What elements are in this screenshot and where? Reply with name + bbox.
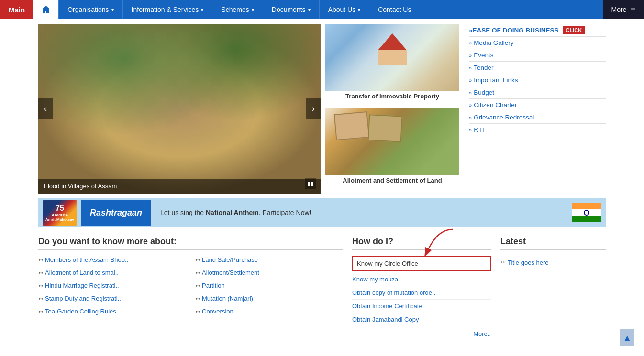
chevron-down-icon: ▾ xyxy=(308,7,311,12)
bullet-icon: » xyxy=(469,115,472,120)
how-do-i-section: How do I? Know my Circle Office Know my … xyxy=(352,237,491,337)
nav-main[interactable]: Main xyxy=(0,0,33,19)
indian-flag xyxy=(572,203,601,222)
ashoka-chakra xyxy=(584,210,589,216)
chevron-down-icon: ▾ xyxy=(201,7,203,12)
sidebar-events[interactable]: » Events xyxy=(469,49,606,62)
how-link-mouza[interactable]: Know my mouza xyxy=(352,273,491,286)
nav-organisations[interactable]: Organisations ▾ xyxy=(58,0,122,19)
bullet-icon: » xyxy=(469,90,472,96)
click-badge[interactable]: CLICK xyxy=(563,26,586,34)
arrow-icon: ↣ xyxy=(500,259,505,265)
slider-image-inner xyxy=(38,24,321,194)
do-you-want-section: Do you want to know more about: ↣ Member… xyxy=(38,237,343,337)
sidebar-media-gallery[interactable]: » Media Gallery xyxy=(469,37,606,49)
right-image-2-caption: Allotment and Settlement of Land xyxy=(325,175,459,186)
nav-about-us[interactable]: About Us ▾ xyxy=(319,0,369,19)
right-image-1-caption: Transfer of Immovable Property xyxy=(325,91,459,102)
right-image-1[interactable]: Transfer of Immovable Property xyxy=(325,24,459,105)
slider-next-button[interactable]: › xyxy=(306,98,321,119)
image-slider: ‹ › Flood in Villages of Assam ▮▮ xyxy=(38,24,321,194)
arrow-icon: ↣ xyxy=(38,308,43,315)
do-link-conversion[interactable]: ↣ Conversion xyxy=(195,308,343,315)
national-anthem-banner: 75 Azadi Ka Amrit Mahotsav Rashtragaan L… xyxy=(38,198,606,227)
do-links-col2: ↣ Land Sale/Purchase ↣ Allotment/Settlem… xyxy=(195,256,343,315)
arrow-icon: ↣ xyxy=(195,308,200,315)
bullet-icon: » xyxy=(469,53,472,58)
flag-orange-stripe xyxy=(572,203,601,209)
how-link-mutation-order[interactable]: Obtain copy of mutation orde.. xyxy=(352,286,491,300)
do-link-partition[interactable]: ↣ Partition xyxy=(195,282,343,289)
chevron-down-icon: ▾ xyxy=(252,7,254,12)
right-image-2[interactable]: Allotment and Settlement of Land xyxy=(325,108,459,189)
nav-contact-us[interactable]: Contact Us xyxy=(369,0,420,19)
slider-pause-button[interactable]: ▮▮ xyxy=(305,178,316,189)
sidebar-grievance-redressal[interactable]: » Grievance Redressal xyxy=(469,111,606,124)
latest-section: Latest ↣ Title goes here xyxy=(500,237,606,337)
slider-caption: Flood in Villages of Assam xyxy=(38,179,321,194)
how-link-circle-office[interactable]: Know my Circle Office xyxy=(352,256,491,271)
right-images: Transfer of Immovable Property Allotment… xyxy=(325,24,459,194)
latest-item-1[interactable]: ↣ Title goes here xyxy=(500,256,606,269)
chevron-down-icon: ▾ xyxy=(111,7,114,12)
scroll-to-top-button[interactable]: ▲ xyxy=(620,329,634,346)
red-arrow-annotation xyxy=(419,227,457,256)
banner-text: Let us sing the National Anthem. Partici… xyxy=(155,209,567,216)
do-link-stamp-duty[interactable]: ↣ Stamp Duty and Registrati.. xyxy=(38,295,186,302)
sidebar-important-links[interactable]: » Important Links xyxy=(469,74,606,86)
sidebar-citizen-charter[interactable]: » Citizen Charter xyxy=(469,99,606,111)
flag-green-stripe xyxy=(572,216,601,222)
sidebar: » EASE OF DOING BUSINESS CLICK » Media G… xyxy=(464,24,606,194)
nav-schemes[interactable]: Schemes ▾ xyxy=(212,0,262,19)
bullet-icon: » xyxy=(469,27,473,34)
hamburger-icon: ≡ xyxy=(630,5,635,15)
nav-more[interactable]: More ≡ xyxy=(603,0,644,19)
arrow-icon: ↣ xyxy=(38,270,43,276)
bottom-section: Do you want to know more about: ↣ Member… xyxy=(0,227,644,347)
navbar: Main Organisations ▾ Information & Servi… xyxy=(0,0,644,19)
home-icon xyxy=(41,5,51,14)
slider-prev-button[interactable]: ‹ xyxy=(38,98,53,119)
bullet-icon: » xyxy=(469,77,472,83)
arrow-icon: ↣ xyxy=(195,282,200,289)
arrow-icon: ↣ xyxy=(195,295,200,302)
do-link-mutation[interactable]: ↣ Mutation (Namjari) xyxy=(195,295,343,302)
do-link-allotment-settlement[interactable]: ↣ Allotment/Settlement xyxy=(195,269,343,276)
do-link-allotment-land[interactable]: ↣ Allotment of Land to smal.. xyxy=(38,269,186,276)
bullet-icon: » xyxy=(469,40,472,46)
arrow-icon: ↣ xyxy=(38,295,43,302)
sidebar-ease-of-business[interactable]: » EASE OF DOING BUSINESS CLICK xyxy=(469,24,606,37)
nav-documents[interactable]: Documents ▾ xyxy=(263,0,319,19)
do-links-col1: ↣ Members of the Assam Bhoo.. ↣ Allotmen… xyxy=(38,256,186,315)
arrow-icon: ↣ xyxy=(38,282,43,289)
right-image-1-bg xyxy=(325,24,459,91)
content-row: ‹ › Flood in Villages of Assam ▮▮ Transf… xyxy=(0,19,644,198)
right-image-2-bg xyxy=(325,108,459,175)
do-link-members[interactable]: ↣ Members of the Assam Bhoo.. xyxy=(38,256,186,263)
nav-home[interactable] xyxy=(33,0,58,19)
how-more-link[interactable]: More.. xyxy=(352,326,491,337)
azadi-badge: 75 Azadi Ka Amrit Mahotsav xyxy=(43,200,77,226)
bullet-icon: » xyxy=(469,65,472,71)
nav-information-services[interactable]: Information & Services ▾ xyxy=(122,0,212,19)
latest-title: Latest xyxy=(500,237,606,250)
flag-white-stripe xyxy=(572,209,601,216)
arrow-icon: ↣ xyxy=(38,257,43,263)
do-link-hindu-marriage[interactable]: ↣ Hindu Marriage Registrati.. xyxy=(38,282,186,289)
arrow-icon: ↣ xyxy=(195,257,200,263)
do-link-land-sale[interactable]: ↣ Land Sale/Purchase xyxy=(195,256,343,263)
rashtragaan-label[interactable]: Rashtragaan xyxy=(81,200,151,226)
chevron-down-icon: ▾ xyxy=(358,7,360,12)
sidebar-budget[interactable]: » Budget xyxy=(469,86,606,99)
sidebar-tender[interactable]: » Tender xyxy=(469,62,606,74)
slider-image xyxy=(38,24,321,194)
arrow-icon: ↣ xyxy=(195,270,200,276)
sidebar-rti[interactable]: » RTI xyxy=(469,124,606,136)
how-link-income-cert[interactable]: Obtain Income Certificate xyxy=(352,300,491,313)
do-link-tea-garden[interactable]: ↣ Tea-Garden Ceiling Rules .. xyxy=(38,308,186,315)
do-you-want-title: Do you want to know more about: xyxy=(38,237,343,250)
how-link-jamabandi[interactable]: Obtain Jamabandi Copy xyxy=(352,313,491,326)
bullet-icon: » xyxy=(469,102,472,108)
do-you-want-links: ↣ Members of the Assam Bhoo.. ↣ Allotmen… xyxy=(38,256,343,315)
bullet-icon: » xyxy=(469,127,472,133)
